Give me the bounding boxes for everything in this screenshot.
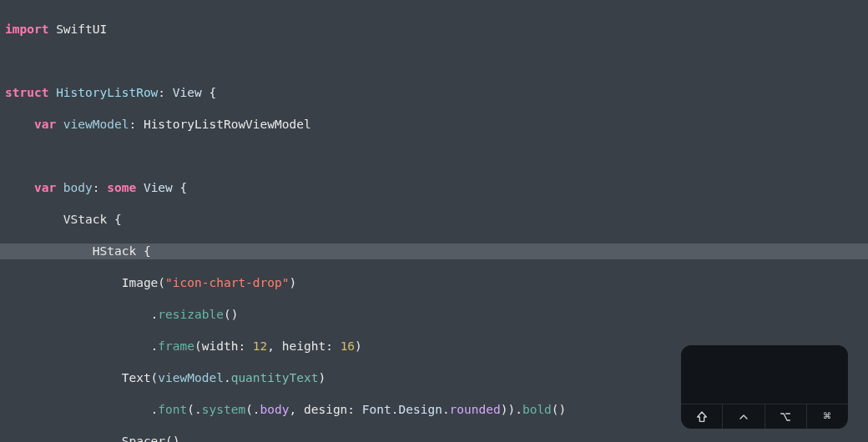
code-line-highlighted: HStack { bbox=[0, 244, 868, 259]
code-line bbox=[0, 148, 868, 164]
code-line: VStack { bbox=[0, 212, 868, 228]
command-icon: ⌘ bbox=[824, 409, 831, 424]
keyboard-shortcut-bar: ⌘ bbox=[681, 345, 848, 429]
code-line: var viewModel: HistoryListRowViewModel bbox=[0, 117, 868, 133]
code-line bbox=[0, 53, 868, 69]
option-key-button[interactable] bbox=[765, 404, 807, 429]
shift-icon bbox=[695, 410, 709, 424]
touchbar-trackpad[interactable] bbox=[681, 345, 848, 404]
option-icon bbox=[779, 410, 792, 424]
chevron-up-icon bbox=[737, 410, 750, 424]
command-key-button[interactable]: ⌘ bbox=[807, 404, 848, 429]
up-key-button[interactable] bbox=[723, 404, 765, 429]
touchbar-keys: ⌘ bbox=[681, 404, 848, 429]
code-line: .resizable() bbox=[0, 307, 868, 323]
code-line: var body: some View { bbox=[0, 180, 868, 196]
code-line: Spacer() bbox=[0, 434, 868, 442]
code-line: Image("icon-chart-drop") bbox=[0, 275, 868, 291]
shift-key-button[interactable] bbox=[681, 404, 723, 429]
code-line: struct HistoryListRow: View { bbox=[0, 85, 868, 101]
code-line: import SwiftUI bbox=[0, 22, 868, 38]
